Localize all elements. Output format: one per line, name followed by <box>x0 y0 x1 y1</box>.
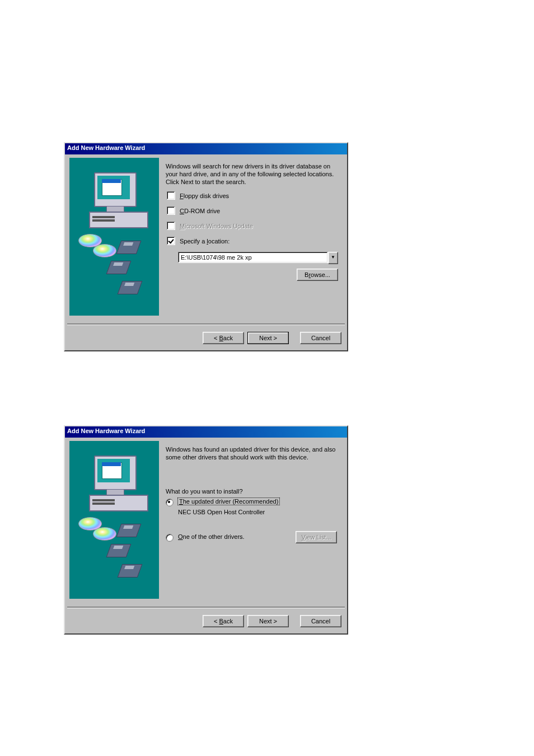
intro-text: Windows has found an updated driver for … <box>166 445 338 461</box>
chevron-down-icon: ▼ <box>331 255 335 260</box>
back-button[interactable]: < Back <box>203 615 244 627</box>
options-pane: Windows has found an updated driver for … <box>163 438 347 602</box>
back-button[interactable]: < Back <box>203 332 244 344</box>
dropdown-button[interactable]: ▼ <box>328 252 338 264</box>
floppy-icon <box>118 281 143 294</box>
cancel-button[interactable]: Cancel <box>300 615 341 627</box>
next-button[interactable]: Next > <box>247 332 289 344</box>
floppy-icon <box>106 261 132 274</box>
wizard-graphic <box>69 158 159 316</box>
window-title: Add New Hardware Wizard <box>67 428 145 434</box>
checkbox-cdrom-drive[interactable]: CD-ROM drive <box>167 206 338 215</box>
floppy-icon <box>116 524 142 537</box>
view-list-button: View List... <box>296 531 337 543</box>
location-combobox[interactable]: ▼ <box>178 252 338 264</box>
radio-updated-driver[interactable]: The updated driver (Recommended) <box>166 498 338 506</box>
checkbox-label: Floppy disk drives <box>180 192 229 199</box>
computer-icon <box>89 495 148 511</box>
hardware-wizard-dialog-2: Add New Hardware Wizard <box>64 425 348 635</box>
floppy-icon <box>116 241 142 254</box>
title-bar: Add New Hardware Wizard <box>65 143 347 154</box>
checkbox-floppy-drives[interactable]: Floppy disk drives <box>167 191 338 200</box>
checkbox-icon <box>167 222 175 230</box>
checkbox-label: Microsoft Windows Update <box>180 223 253 229</box>
radio-icon[interactable] <box>166 499 174 506</box>
radio-icon[interactable] <box>166 534 174 542</box>
computer-icon <box>89 212 148 228</box>
radio-other-drivers[interactable]: One of the other drivers. <box>166 533 245 542</box>
location-input[interactable] <box>178 252 328 263</box>
client-area: Windows has found an updated driver for … <box>65 438 347 633</box>
next-button[interactable]: Next > <box>247 615 289 627</box>
page: Add New Hardware Wizard <box>0 0 534 756</box>
floppy-icon <box>106 544 132 557</box>
floppy-icon <box>118 564 143 577</box>
cd-icon <box>93 527 116 541</box>
browse-button[interactable]: Browse... <box>297 269 338 281</box>
wizard-button-bar: < Back Next > Cancel <box>65 608 347 633</box>
question-text: What do you want to install? <box>166 488 338 495</box>
cancel-button[interactable]: Cancel <box>300 332 341 344</box>
checkbox-windows-update: Microsoft Windows Update <box>167 222 338 230</box>
wizard-graphic <box>69 441 159 599</box>
client-area: Windows will search for new drivers in i… <box>65 154 347 350</box>
window-title: Add New Hardware Wizard <box>67 144 145 151</box>
instruction-text: Windows will search for new drivers in i… <box>166 162 338 186</box>
checkbox-icon[interactable] <box>167 237 175 245</box>
radio-label: The updated driver (Recommended) <box>178 498 279 505</box>
checkbox-label: CD-ROM drive <box>180 208 220 214</box>
radio-label: One of the other drivers. <box>178 533 245 540</box>
wizard-button-bar: < Back Next > Cancel <box>65 325 347 350</box>
checkbox-icon[interactable] <box>167 206 175 215</box>
checkbox-icon[interactable] <box>167 191 175 200</box>
options-pane: Windows will search for new drivers in i… <box>163 154 347 319</box>
cd-icon <box>93 244 116 257</box>
title-bar: Add New Hardware Wizard <box>65 426 347 438</box>
checkbox-label: Specify a location: <box>180 238 229 245</box>
recommended-driver-name: NEC USB Open Host Controller <box>178 509 338 515</box>
hardware-wizard-dialog-1: Add New Hardware Wizard <box>64 142 348 351</box>
checkbox-specify-location[interactable]: Specify a location: <box>167 237 338 245</box>
